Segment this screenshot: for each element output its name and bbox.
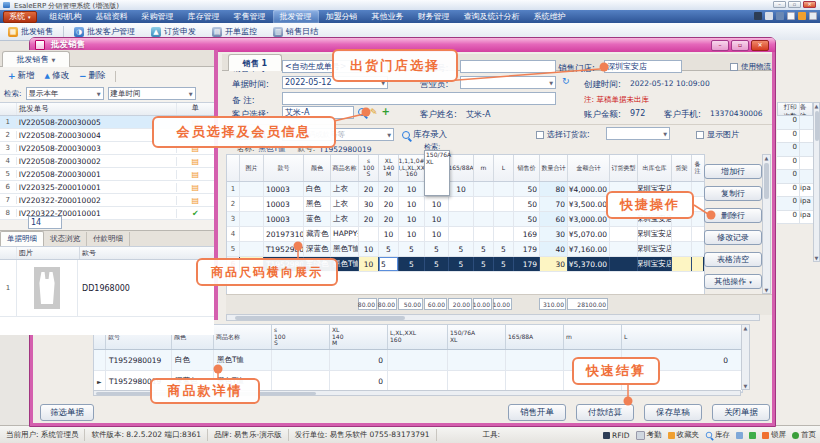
column-image[interactable]: 图片 xyxy=(240,155,264,181)
size-column-popup[interactable]: 150/76A XL xyxy=(424,150,450,196)
column-size-165-88a[interactable]: 165/88A xyxy=(506,325,564,349)
size-qty-cell[interactable]: 10 xyxy=(425,197,449,211)
add-order-button[interactable]: + 新增 xyxy=(8,70,35,82)
order-list-row[interactable]: 6 IV220325-Z00010001 ▤ xyxy=(0,181,214,194)
payment-settle-button[interactable]: 付款结算 xyxy=(576,404,634,421)
refresh-icon[interactable]: ↻ xyxy=(562,77,570,86)
column-price[interactable]: 销售价 xyxy=(514,155,540,181)
table-row[interactable]: 0 xyxy=(777,143,813,157)
size-qty-cell[interactable] xyxy=(449,197,474,211)
memo-field[interactable] xyxy=(282,92,556,105)
size-qty-cell[interactable] xyxy=(494,182,514,196)
order-list-row[interactable]: 5 IV220508-Z00030001 ▤ xyxy=(0,168,214,181)
menu-item-inventory[interactable]: 库存管理 xyxy=(181,10,227,23)
size-qty-cell[interactable]: 5 xyxy=(379,257,399,271)
size-qty-cell[interactable] xyxy=(474,197,494,211)
menu-item-purchase[interactable]: 采购管理 xyxy=(135,10,181,23)
size-qty-cell[interactable]: 5 xyxy=(494,242,514,256)
background-vertical-scrollbar[interactable]: ▲ ▼ xyxy=(813,102,820,262)
size-qty-cell[interactable] xyxy=(474,227,494,241)
table-row[interactable]: 0 xyxy=(777,116,813,130)
favorites-button[interactable]: 收藏夹 xyxy=(668,430,700,440)
column-size-m[interactable]: m xyxy=(474,155,494,181)
column-amount-total[interactable]: 金额合计 xyxy=(568,155,610,181)
close-document-button[interactable]: 关闭单据 xyxy=(712,404,770,421)
invoice-field[interactable] xyxy=(460,60,556,73)
size-qty-cell[interactable]: 20 xyxy=(359,212,379,226)
column-size-150-76a[interactable]: 150/76A XL xyxy=(448,325,506,349)
filter-year-dropdown[interactable]: 显示本年▼ xyxy=(26,87,104,100)
menu-item-wholesale[interactable]: 批发管理 xyxy=(273,10,319,23)
search-icon[interactable] xyxy=(358,108,366,116)
grid-horizontal-scrollbar[interactable] xyxy=(226,314,760,321)
column-order-type[interactable]: 订货类型 xyxy=(610,155,638,181)
open-sale-button[interactable]: 销售开单 xyxy=(508,404,566,421)
folder-icon[interactable] xyxy=(798,12,806,20)
size-qty-cell[interactable] xyxy=(474,212,494,226)
menu-item-organization[interactable]: 组织机构 xyxy=(43,10,89,23)
column-color[interactable]: 颜色 xyxy=(304,155,331,181)
app-maximize-button[interactable]: ▫ xyxy=(788,1,801,8)
clerk-field[interactable]: ▼ xyxy=(460,76,556,89)
dialog-close-button[interactable]: ✕ xyxy=(751,40,769,51)
detail-vertical-scrollbar[interactable]: ▲ ▼ xyxy=(741,324,750,390)
size-qty-cell[interactable]: 20 xyxy=(359,182,379,196)
detail-list-row[interactable]: 1 DD1968000 xyxy=(0,260,214,317)
size-qty-cell[interactable]: 5 xyxy=(474,257,494,271)
size-qty-cell[interactable] xyxy=(359,227,379,241)
size-qty-cell[interactable]: 20 xyxy=(379,182,399,196)
app-close-button[interactable]: ✕ xyxy=(803,1,816,8)
home-button[interactable]: 首页 xyxy=(792,430,816,440)
table-row[interactable]: 0 ipa xyxy=(777,211,813,225)
use-logistics-checkbox[interactable] xyxy=(730,63,738,71)
size-qty-cell[interactable]: 20 xyxy=(379,212,399,226)
select-order-style-checkbox[interactable] xyxy=(536,131,544,139)
column-note[interactable]: 备注 xyxy=(692,155,703,181)
size-qty-cell[interactable]: 30 xyxy=(359,197,379,211)
bell-icon[interactable] xyxy=(765,12,773,20)
stock-entry-link[interactable]: 库存录入 xyxy=(413,129,447,141)
monitor-icon[interactable] xyxy=(776,12,784,20)
column-size-s100[interactable]: s 100 S xyxy=(359,155,379,181)
chevron-down-icon[interactable]: ▼ xyxy=(663,131,667,137)
table-row[interactable]: 0 xyxy=(777,130,813,144)
size-qty-cell[interactable] xyxy=(494,197,514,211)
size-qty-cell[interactable]: 5 xyxy=(449,242,474,256)
tab-status-view[interactable]: 状态浏览 xyxy=(44,232,87,246)
column-style-no[interactable]: 款号 xyxy=(80,247,214,259)
computer-icon[interactable] xyxy=(754,12,762,20)
table-row[interactable]: 0 xyxy=(777,170,813,184)
monitor-icon[interactable] xyxy=(736,432,743,439)
more-operations-button[interactable]: 其他操作 ▾ xyxy=(704,274,762,289)
column-image[interactable]: 图片 xyxy=(17,247,80,259)
column-qty-total[interactable]: 数量合计 xyxy=(540,155,568,181)
clear-table-button[interactable]: 表格清空 xyxy=(704,252,762,267)
filter-documents-button[interactable]: 筛选单据 xyxy=(40,404,94,421)
filter-time-dropdown[interactable]: 建单时间▼ xyxy=(108,87,196,100)
column-style-no[interactable]: 款号 xyxy=(264,155,304,181)
edit-order-button[interactable]: ▲ 修改 xyxy=(45,70,69,82)
menu-item-basedata[interactable]: 基础资料 xyxy=(89,10,135,23)
dialog-maximize-button[interactable]: ▫ xyxy=(731,40,749,51)
size-qty-cell[interactable]: 10 xyxy=(379,227,399,241)
tab-sale-1[interactable]: 销售 1 xyxy=(228,54,282,71)
column-size-group160[interactable]: 0,1,1,1,0#S, M,L,XL,XXL 160 xyxy=(399,155,425,181)
table-row[interactable]: 0 ipa xyxy=(777,197,813,211)
size-qty-cell[interactable]: 5 xyxy=(449,257,474,271)
lock-screen-button[interactable]: 锁屏 xyxy=(762,430,786,440)
table-row[interactable]: 0 xyxy=(777,157,813,171)
size-qty-cell[interactable]: 10 xyxy=(399,182,425,196)
menu-item-maintenance[interactable]: 系统维护 xyxy=(527,10,573,23)
column-size-l[interactable]: L xyxy=(494,155,514,181)
size-qty-cell[interactable]: 5 xyxy=(425,242,449,256)
save-draft-button[interactable]: 保存草稿 xyxy=(644,404,702,421)
size-qty-cell[interactable]: 10 xyxy=(425,227,449,241)
column-warehouse[interactable]: 出库仓库 xyxy=(638,155,672,181)
show-image-checkbox[interactable] xyxy=(696,131,704,139)
menu-item-finance[interactable]: 财务管理 xyxy=(411,10,457,23)
column-size-xl140[interactable]: XL 140 M xyxy=(379,155,399,181)
order-style-dropdown[interactable]: ▼ xyxy=(606,127,670,140)
grid-vertical-scrollbar[interactable]: ▲ ▼ xyxy=(762,154,771,294)
size-qty-cell[interactable]: 10 xyxy=(449,182,474,196)
chevron-down-icon[interactable]: ▼ xyxy=(387,132,391,138)
